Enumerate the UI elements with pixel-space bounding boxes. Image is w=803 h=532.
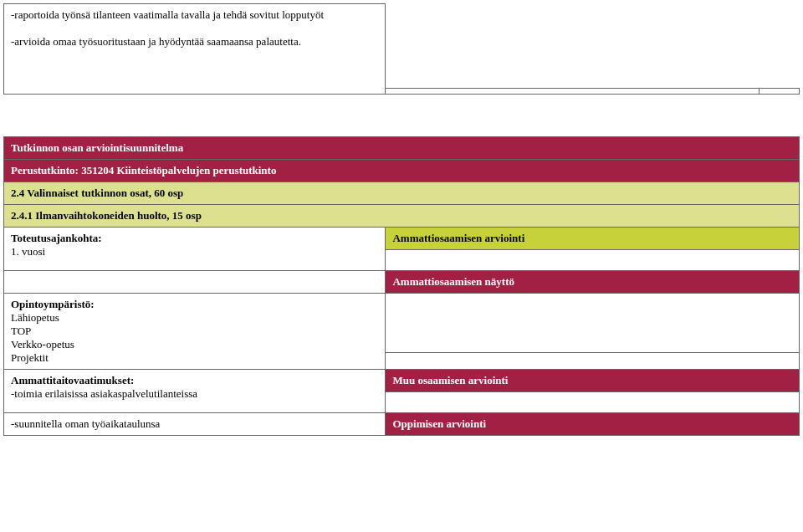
opinto-label: Opintoympäristö:	[11, 298, 95, 310]
cell-ammattiosa: Ammattiosaamisen arviointi	[386, 227, 800, 249]
top-right-blank	[386, 4, 760, 89]
cell-oppimisen: Oppimisen arviointi	[386, 412, 800, 435]
main-table: Tutkinnon osan arviointisuunnitelma Peru…	[3, 136, 800, 436]
cell-ammattitaito: Ammattitaitovaatimukset: -toimia erilais…	[4, 369, 386, 412]
row-ilmanvaihto: 2.4.1 Ilmanvaihtokoneiden huolto, 15 osp	[4, 204, 800, 227]
opinto-2: TOP	[11, 325, 31, 337]
cell-muu-osaamisen: Muu osaamisen arviointi	[386, 369, 800, 391]
ammattitaito-label: Ammattitaitovaatimukset:	[11, 374, 134, 386]
opinto-3: Verkko-opetus	[11, 338, 74, 350]
top-table: -raportoida työnsä tilanteen vaatimalla …	[3, 3, 800, 95]
toteutus-label: Toteutusajankohta:	[11, 232, 102, 244]
blank-after-ammattiosa	[386, 249, 800, 270]
header-perustutkinto: Perustutkinto: 351204 Kiinteistöpalveluj…	[4, 159, 800, 182]
blank-after-muu	[386, 391, 800, 412]
opinto-1: Lähiopetus	[11, 311, 59, 324]
top-line1: -raportoida työnsä tilanteen vaatimalla …	[11, 8, 324, 21]
toteutus-value: 1. vuosi	[11, 245, 45, 258]
cell-opinto: Opintoympäristö: Lähiopetus TOP Verkko-o…	[4, 293, 386, 369]
row-valinnaiset: 2.4 Valinnaiset tutkinnon osat, 60 osp	[4, 182, 800, 204]
blank-right-opinto1	[386, 293, 800, 352]
top-left-cell: -raportoida työnsä tilanteen vaatimalla …	[4, 4, 386, 95]
top-line2: -arvioida omaa työsuoritustaan ja hyödyn…	[11, 35, 301, 48]
cell-suunnitella: -suunnitella oman työaikataulunsa	[4, 412, 386, 435]
top-right-thin	[386, 88, 760, 94]
header-arviointisuunnitelma: Tutkinnon osan arviointisuunnitelma	[4, 136, 800, 159]
opinto-4: Projektit	[11, 351, 49, 364]
cell-ammattinaytto: Ammattiosaamisen näyttö	[386, 270, 800, 293]
ammattitaito-1: -toimia erilaisissa asiakaspalvelutilant…	[11, 387, 197, 400]
blank-left-1	[4, 270, 386, 293]
blank-right-opinto2	[386, 352, 800, 369]
cell-toteutus: Toteutusajankohta: 1. vuosi	[4, 227, 386, 270]
